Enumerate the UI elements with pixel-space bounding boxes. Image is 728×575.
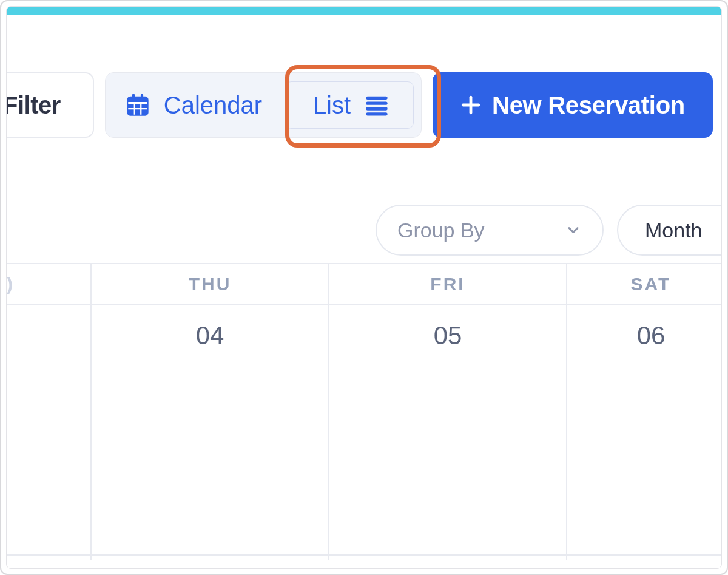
view-range-select[interactable]: Month — [617, 205, 722, 256]
filter-button-label: Filter — [6, 92, 61, 119]
svg-rect-0 — [128, 98, 147, 115]
day-number: 06 — [637, 321, 666, 350]
calendar-view-label: Calendar — [164, 92, 262, 119]
list-view-label: List — [313, 92, 351, 119]
list-view-button[interactable]: List — [281, 73, 421, 137]
new-reservation-button[interactable]: New Reservation — [433, 72, 713, 138]
row-separator — [7, 554, 721, 556]
toolbar: Filter Calend — [6, 15, 721, 138]
new-reservation-label: New Reservation — [492, 92, 685, 119]
day-header-partial: ) — [7, 264, 90, 304]
day-header-thu: THU — [90, 264, 328, 304]
calendar-view-button[interactable]: Calendar — [106, 73, 281, 137]
day-number: 04 — [196, 321, 224, 350]
calendar-body-row: 04 05 06 — [7, 305, 721, 560]
day-header-sat: SAT — [566, 264, 721, 304]
day-number: 05 — [434, 321, 462, 350]
calendar-header-row: ) THU FRI SAT — [7, 263, 721, 305]
controls-row: Group By Month — [376, 205, 722, 256]
filter-button[interactable]: Filter — [6, 72, 94, 138]
view-range-label: Month — [645, 219, 703, 242]
day-header-fri: FRI — [328, 264, 566, 304]
window-accent-bar — [7, 7, 721, 15]
day-cell-05[interactable]: 05 — [328, 305, 566, 560]
view-toggle-group: Calendar List — [105, 72, 422, 138]
list-icon — [364, 93, 389, 117]
group-by-select[interactable]: Group By — [376, 205, 604, 256]
calendar-grid: ) THU FRI SAT 04 05 06 — [7, 263, 721, 568]
group-by-label: Group By — [397, 219, 485, 242]
day-cell-04[interactable]: 04 — [90, 305, 328, 560]
calendar-icon — [125, 92, 150, 118]
plus-icon — [460, 95, 481, 115]
chevron-down-icon — [565, 222, 582, 239]
day-cell-partial[interactable] — [7, 305, 90, 560]
day-cell-06[interactable]: 06 — [566, 305, 721, 560]
